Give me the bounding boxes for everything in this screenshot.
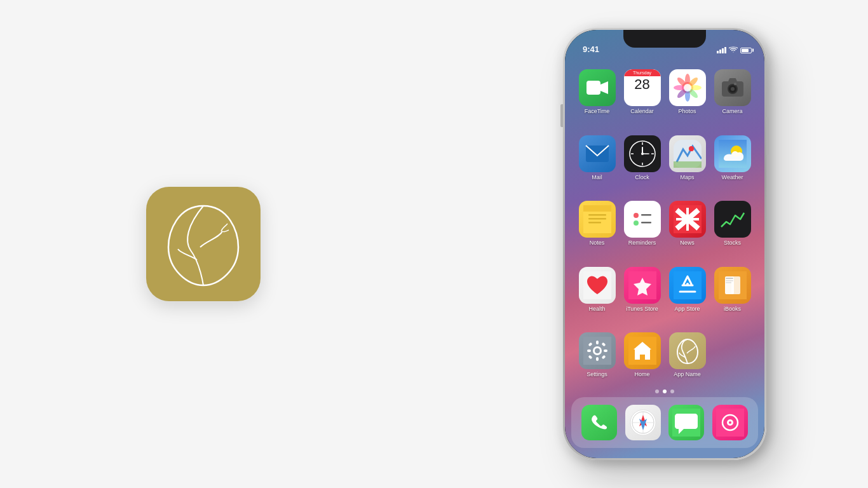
safari-icon <box>625 405 661 440</box>
svg-rect-34 <box>588 222 601 224</box>
calendar-icon: Thursday 28 <box>624 69 661 106</box>
svg-rect-28 <box>674 161 702 168</box>
camera-icon <box>714 69 751 106</box>
svg-rect-35 <box>583 205 611 212</box>
calendar-date-num: 28 <box>634 78 649 92</box>
app-settings[interactable]: Settings <box>576 330 618 392</box>
app-home[interactable]: Home <box>621 330 663 392</box>
leaf-icon <box>165 200 241 288</box>
svg-point-25 <box>641 152 644 155</box>
svg-point-37 <box>634 213 639 218</box>
mail-label: Mail <box>592 174 602 180</box>
appname-label: App Name <box>674 371 701 377</box>
settings-label: Settings <box>587 371 607 377</box>
notes-icon <box>579 201 616 238</box>
calendar-label: Calendar <box>630 108 654 114</box>
dock-safari[interactable] <box>625 405 661 440</box>
photos-label: Photos <box>678 108 696 114</box>
svg-rect-50 <box>731 276 740 294</box>
app-grid: FaceTime Thursday 28 Calendar <box>574 64 756 395</box>
mail-icon <box>579 135 616 172</box>
notes-label: Notes <box>590 240 605 246</box>
itunes-label: iTunes Store <box>626 306 658 312</box>
status-icons <box>717 46 752 54</box>
svg-rect-0 <box>587 81 600 95</box>
settings-icon <box>579 332 616 369</box>
stocks-label: Stocks <box>724 240 741 246</box>
clock-icon <box>624 135 661 172</box>
app-clock[interactable]: Clock <box>621 133 663 195</box>
phone-container: 9:41 <box>563 28 766 460</box>
dock <box>571 397 758 448</box>
app-icon-container <box>146 187 261 301</box>
svg-point-16 <box>734 83 736 85</box>
camera-label: Camera <box>722 108 742 114</box>
phone-icon <box>581 405 617 440</box>
svg-rect-32 <box>588 214 606 216</box>
app-calendar[interactable]: Thursday 28 Calendar <box>621 67 663 129</box>
health-label: Health <box>588 306 605 312</box>
app-news[interactable]: News <box>667 198 708 261</box>
app-weather[interactable]: Weather <box>712 133 753 195</box>
app-facetime[interactable]: FaceTime <box>576 67 618 129</box>
home-icon <box>624 332 661 369</box>
app-notes[interactable]: Notes <box>576 198 618 261</box>
dock-messages[interactable] <box>668 405 704 440</box>
app-camera[interactable]: Camera <box>712 67 753 129</box>
battery-icon <box>740 48 752 53</box>
messages-icon <box>668 405 704 440</box>
health-icon <box>579 267 616 304</box>
app-ibooks[interactable]: iBooks <box>712 264 753 327</box>
news-icon <box>669 201 706 238</box>
svg-rect-57 <box>596 341 599 344</box>
photos-icon <box>669 69 706 106</box>
phone-screen: 9:41 <box>565 30 764 458</box>
appstore-label: App Store <box>674 306 700 312</box>
svg-rect-52 <box>726 280 733 281</box>
phone-outer: 9:41 <box>563 28 766 460</box>
app-appname[interactable]: App Name <box>667 330 708 392</box>
wifi-icon <box>729 46 738 54</box>
appname-icon <box>669 332 706 369</box>
page-dot-2 <box>663 390 667 393</box>
signal-icon <box>717 47 726 53</box>
ibooks-icon <box>714 267 751 304</box>
svg-rect-51 <box>726 278 733 279</box>
dock-phone[interactable] <box>581 405 617 440</box>
dock-music[interactable] <box>712 405 748 440</box>
ibooks-label: iBooks <box>724 306 741 312</box>
svg-point-38 <box>634 220 639 226</box>
svg-point-11 <box>684 84 691 92</box>
app-mail[interactable]: Mail <box>576 133 618 195</box>
phone-inner: 9:41 <box>565 30 764 458</box>
app-photos[interactable]: Photos <box>667 67 708 129</box>
svg-point-56 <box>595 348 600 353</box>
music-icon <box>712 405 748 440</box>
news-label: News <box>680 240 695 246</box>
svg-point-78 <box>729 421 731 424</box>
app-stocks[interactable]: Stocks <box>712 198 753 261</box>
app-reminders[interactable]: Reminders <box>621 198 663 261</box>
maps-icon <box>669 135 706 172</box>
app-health[interactable]: Health <box>576 264 618 327</box>
appstore-icon <box>669 267 706 304</box>
reminders-label: Reminders <box>628 240 656 246</box>
svg-rect-36 <box>628 205 656 233</box>
weather-label: Weather <box>722 174 743 180</box>
notch <box>623 30 706 48</box>
svg-rect-67 <box>640 355 645 360</box>
svg-marker-1 <box>600 81 608 94</box>
home-label: Home <box>634 371 649 377</box>
facetime-icon <box>579 69 616 106</box>
svg-rect-58 <box>596 357 599 361</box>
facetime-label: FaceTime <box>585 108 610 114</box>
app-appstore[interactable]: App Store <box>667 264 708 327</box>
stocks-icon <box>714 201 751 238</box>
reminders-icon <box>624 201 661 238</box>
app-maps[interactable]: Maps <box>667 133 708 195</box>
weather-icon <box>714 135 751 172</box>
app-itunes[interactable]: iTunes Store <box>621 264 663 327</box>
svg-rect-53 <box>726 282 731 283</box>
page-dot-3 <box>670 390 674 393</box>
svg-point-15 <box>731 87 735 91</box>
